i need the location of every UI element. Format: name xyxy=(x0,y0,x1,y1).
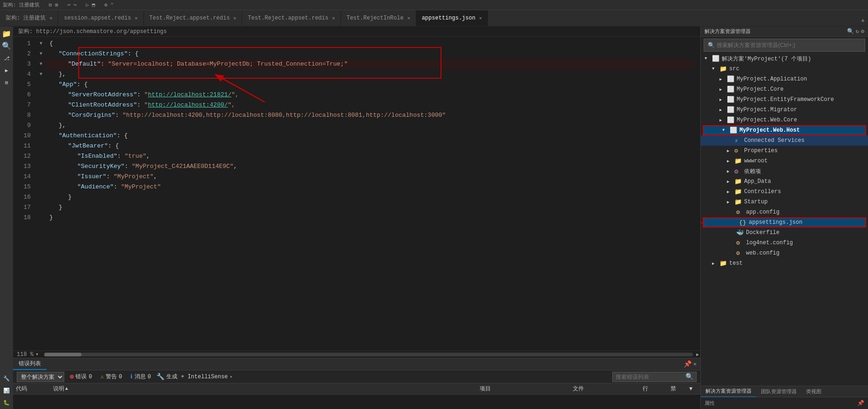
se-src-folder[interactable]: ▼ 📁 src xyxy=(701,64,868,74)
attr-panel: 属性 📌 xyxy=(701,397,868,409)
tab-1[interactable]: session.appset.redis ✕ xyxy=(58,10,143,26)
se-startup[interactable]: ▶ 📁 Startup xyxy=(701,197,868,207)
tab-close-5[interactable]: ✕ xyxy=(479,15,482,21)
tab-2[interactable]: Test.Reject.appset.redis ✕ xyxy=(144,10,243,26)
fold-indicators: ▼ ▼ ▼ ▼ xyxy=(36,37,46,350)
code-line-1: { xyxy=(46,39,694,49)
dockerfile-icon: 🐳 xyxy=(736,229,745,236)
pin-icon[interactable]: 📌 xyxy=(684,360,692,368)
warn-filter-btn[interactable]: ⚠ 警告 0 xyxy=(98,372,125,382)
se-search-toggle[interactable]: 🔍 xyxy=(847,28,854,35)
se-log4net[interactable]: ⚙ log4net.config xyxy=(701,238,868,248)
error-search-input[interactable] xyxy=(616,374,685,380)
zoom-control[interactable]: 118 % ▾ xyxy=(13,351,42,358)
se-tab-class[interactable]: 类视图 xyxy=(801,386,826,397)
attr-pin-icon[interactable]: 📌 xyxy=(857,400,864,407)
cs-project-icon: ⬜ xyxy=(727,116,735,124)
activity-monitor[interactable]: 📊 xyxy=(1,385,12,396)
tab-close-4[interactable]: ✕ xyxy=(407,15,410,21)
code-line-15: "Audience": "MyProject" xyxy=(46,182,694,192)
tab-close-3[interactable]: ✕ xyxy=(332,15,335,21)
controllers-icon: 📁 xyxy=(734,188,743,195)
se-app-data[interactable]: ▶ 📁 App_Data xyxy=(701,176,868,187)
cs-project-icon: ⬜ xyxy=(727,86,735,93)
tab-close-1[interactable]: ✕ xyxy=(135,15,137,21)
code-line-12: "IsEnabled": "true", xyxy=(46,151,694,161)
se-dockerfile[interactable]: 🐳 Dockerfile xyxy=(701,228,868,238)
info-filter-btn[interactable]: ℹ 消息 0 xyxy=(128,372,154,382)
se-wwwroot[interactable]: ▶ 📁 wwwroot xyxy=(701,156,868,166)
se-search-icon: 🔍 xyxy=(708,42,715,49)
scroll-right-btn[interactable]: ▶ xyxy=(695,352,700,357)
se-appsettings-json[interactable]: {} appsettings.json xyxy=(703,217,866,228)
activity-bar: 📁 🔍 ⎇ ▶ ⊞ 🔧 📊 🐛 xyxy=(0,27,13,409)
se-myproject-webhost[interactable]: ▼ ⬜ MyProject.Web.Host xyxy=(703,125,866,135)
se-myproject-efcore[interactable]: ▶ ⬜ MyProject.EntityFrameworkCore xyxy=(701,94,868,105)
activity-explorer[interactable]: 📁 xyxy=(1,28,12,40)
scope-select[interactable]: 整个解决方案 xyxy=(17,372,64,382)
new-tab-button[interactable]: + xyxy=(858,16,868,26)
se-webhost-container: ▼ ⬜ MyProject.Web.Host xyxy=(703,125,866,135)
code-container[interactable]: 1 2 3 4 5 6 7 8 9 10 11 12 13 14 15 16 1… xyxy=(13,37,700,350)
se-myproject-webcore[interactable]: ▶ ⬜ MyProject.Web.Core xyxy=(701,115,868,125)
code-line-7: "ClientRootAddress": "http://localhost:4… xyxy=(46,100,694,110)
app-data-icon: 📁 xyxy=(734,178,743,185)
se-solution-root[interactable]: ▼ ⬜ 解决方案'MyProject'(7 个项目) xyxy=(701,54,868,64)
code-line-16: } xyxy=(46,192,694,202)
toolbar-icons: 架构: 注册建筑 ⊟ ⊞ ↩ ↪ ▷ ⬒ ⚙ ⌃ xyxy=(3,1,114,8)
fold-5[interactable]: ▼ xyxy=(36,49,46,59)
se-app-config[interactable]: ⚙ app.config xyxy=(701,207,868,217)
tab-4[interactable]: Test.RejectInRole ✕ xyxy=(341,10,416,26)
activity-search[interactable]: 🔍 xyxy=(1,40,12,52)
code-lines[interactable]: { "ConnectionStrings": { "Default": "Ser… xyxy=(46,37,694,350)
h-scrollbar-area: 118 % ▾ ▶ xyxy=(13,350,700,358)
se-refresh-icon[interactable]: ↻ xyxy=(856,28,859,35)
error-search-box: 🔍 xyxy=(612,372,697,382)
test-folder-icon: 📁 xyxy=(719,260,728,267)
activity-debug2[interactable]: 🐛 xyxy=(1,397,12,408)
wwwroot-icon: 📁 xyxy=(734,157,743,165)
error-search-icon[interactable]: 🔍 xyxy=(685,373,693,381)
se-controllers[interactable]: ▶ 📁 Controllers xyxy=(701,187,868,197)
error-filter-btn[interactable]: ⊗ 错误 0 xyxy=(67,372,95,382)
cs-project-icon: ⬜ xyxy=(727,75,735,83)
se-properties[interactable]: ▶ ⚙ Properties xyxy=(701,146,868,156)
code-line-4: }, xyxy=(46,69,694,80)
se-test-folder[interactable]: ▶ 📁 test xyxy=(701,258,868,268)
tab-close-0[interactable]: ✕ xyxy=(49,15,52,21)
activity-tools[interactable]: 🔧 xyxy=(1,373,12,384)
tab-3[interactable]: Test.Reject.appset.redis ✕ xyxy=(242,10,341,26)
fold-2[interactable]: ▼ xyxy=(36,39,46,49)
properties-icon: ⚙ xyxy=(734,147,743,154)
code-line-2: "ConnectionStrings": { xyxy=(46,49,694,59)
se-search-input[interactable] xyxy=(717,42,861,48)
bottom-area: 错误列表 📌 ✕ 整个解决方案 ⊗ 错误 0 ⚠ 警告 xyxy=(13,358,700,409)
se-tab-solution[interactable]: 解决方案资源管理器 xyxy=(701,386,756,397)
activity-extensions[interactable]: ⊞ xyxy=(1,77,12,88)
se-connected-services[interactable]: ⚡ Connected Services xyxy=(701,135,868,146)
se-myproject-migrator[interactable]: ▶ ⬜ MyProject.Migrator xyxy=(701,105,868,115)
solution-icon: ⬜ xyxy=(712,55,720,62)
v-scrollbar[interactable] xyxy=(694,37,700,350)
fold-11[interactable]: ▼ xyxy=(36,69,46,80)
activity-git[interactable]: ⎇ xyxy=(1,53,12,64)
se-tab-team[interactable]: 团队资源管理器 xyxy=(756,386,801,397)
error-list-tab[interactable]: 错误列表 xyxy=(13,358,47,370)
se-myproject-core[interactable]: ▶ ⬜ MyProject.Core xyxy=(701,84,868,94)
code-line-13: "SecurityKey": "MyProject_C421AAEE0D114E… xyxy=(46,161,694,172)
se-settings-icon[interactable]: ⚙ xyxy=(861,28,864,35)
tab-close-2[interactable]: ✕ xyxy=(233,15,236,21)
h-scrollbar-thumb[interactable] xyxy=(44,353,81,356)
tab-0[interactable]: 架构: 注册建筑 ✕ xyxy=(0,10,58,26)
activity-debug[interactable]: ▶ xyxy=(1,65,12,76)
tab-5[interactable]: appsettings.json ✕ xyxy=(416,10,488,26)
se-deps[interactable]: ▶ ⚙ 依赖项 xyxy=(701,166,868,176)
h-scrollbar-track[interactable] xyxy=(44,353,693,356)
code-line-11: "JwtBearer": { xyxy=(46,141,694,151)
panel-close-icon[interactable]: ✕ xyxy=(693,361,697,368)
se-myproject-application[interactable]: ▶ ⬜ MyProject.Application xyxy=(701,74,868,84)
fold-10[interactable]: ▼ xyxy=(36,59,46,69)
app-config-icon: ⚙ xyxy=(736,208,745,216)
se-web-config[interactable]: ⚙ web.config xyxy=(701,248,868,258)
code-line-18: } xyxy=(46,213,694,223)
